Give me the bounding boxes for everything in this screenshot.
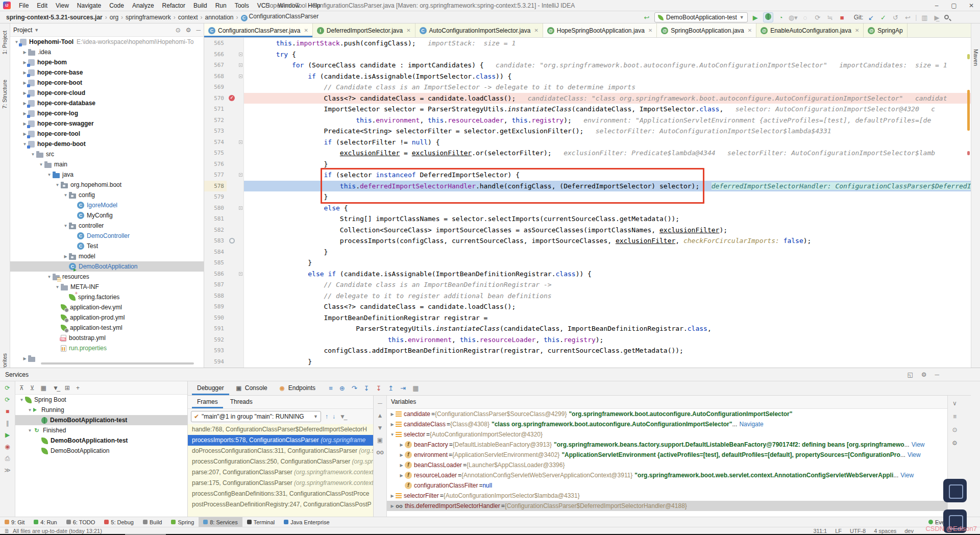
variable-row-selector[interactable]: ▼selector= {AutoConfigurationImportSelec… [387,429,947,440]
maximize-button[interactable]: ▢ [945,0,963,11]
line-number[interactable]: 579 [204,191,227,203]
project-tree-item-bootstrap-yml[interactable]: bootstrap.yml [10,333,204,343]
toolwindow-spring[interactable]: Spring [166,517,199,527]
stack-frame[interactable]: parse:175, ConfigurationClassParser (org… [188,478,373,489]
run-config-select[interactable]: DemoBootApplication-test ▼ [654,12,748,22]
watch-settings-icon[interactable]: ⊙ [952,426,957,433]
line-number[interactable]: 592 [204,334,227,346]
settings-gear-icon[interactable]: ⚙ [952,440,958,447]
tab-console[interactable]: ▣Console [230,381,273,395]
code-line-571[interactable]: 571 ImportSelector selector = ParserStra… [204,104,971,115]
services-mute-breakpoints-icon[interactable]: ◉ [5,443,10,450]
tree-arrow-icon[interactable]: ▶ [21,356,28,361]
line-number[interactable]: 593 [204,345,227,356]
run-button[interactable]: ▶ [751,14,760,21]
code-line-587[interactable]: 587 // Candidate class is an ImportBeanD… [204,279,971,290]
tree-arrow-icon[interactable]: ▶ [398,453,405,457]
service-item-demobootapplication-test[interactable]: DemoBootApplication-test [15,415,187,425]
line-number[interactable]: 582 [204,225,227,236]
services-thread-dump-icon[interactable]: ⎙ [5,455,10,462]
tree-arrow-icon[interactable]: ▶ [389,422,396,427]
service-item-running[interactable]: ▼Running [15,405,187,415]
frame-icon[interactable]: ⊞ [65,384,70,392]
project-tree-item-main[interactable]: ▼main [10,159,204,169]
menu-tools[interactable]: Tools [231,0,253,11]
close-icon[interactable]: ✕ [748,28,752,33]
step-out-icon[interactable]: ↥ [388,384,394,392]
variable-link[interactable]: View [912,441,925,448]
evaluate-icon[interactable]: ▦ [412,384,419,392]
code-line-591[interactable]: 591 ParserStrategyUtils.instantiateClass… [204,323,971,334]
code-line-574[interactable]: 574 if (selectorFilter != null) { [204,137,971,148]
project-view-chevron-icon[interactable]: ▼ [34,28,39,33]
tree-arrow-icon[interactable]: ▶ [398,463,405,468]
variable-link[interactable]: View [900,472,914,479]
variable-row-configurationClassFilter[interactable]: fconfigurationClassFilter= null [387,480,947,491]
menu-edit[interactable]: Edit [33,0,52,11]
services-restart-debug-icon[interactable]: ⟳ [5,396,10,403]
line-number[interactable]: 588 [204,290,227,302]
tab-deferredimportselector-java[interactable]: IDeferredImportSelector.java✕ [313,23,415,37]
menu-refactor[interactable]: Refactor [158,0,189,11]
stack-frame[interactable]: parse:207, ConfigurationClassParser (org… [188,467,373,478]
thread-select[interactable]: ✔ "main"@1 in group "main": RUNNING ▼ [191,411,321,422]
line-number[interactable]: 576 [204,159,227,170]
service-item-demobootapplication[interactable]: DemoBootApplication [15,446,187,456]
tab-frames[interactable]: Frames [192,396,223,408]
project-tree-item-meta-inf[interactable]: ▼META-INF [10,282,204,292]
project-tree-item-spring-factories[interactable]: spring.factories [10,292,204,302]
variable-row-selectorFilter[interactable]: ▶selectorFilter= {AutoConfigurationImpor… [387,491,947,501]
tree-arrow-icon[interactable]: ▶ [398,443,405,447]
git-branch[interactable]: dev [904,528,914,534]
next-frame-icon[interactable]: ↓ [332,413,335,420]
tree-arrow-icon[interactable]: ▼ [38,162,44,167]
code-line-565[interactable]: 565 this.importStack.push(configClass); … [204,38,971,49]
project-tree-item-hopehomi-tool[interactable]: ▼Hopehomi-ToolE:\idea-workspace\hopehomi… [10,37,204,47]
float-mode-icon[interactable]: ◱ [907,371,913,378]
menu-analyze[interactable]: Analyze [128,0,158,11]
project-tree-item-test[interactable]: CTest [10,241,204,251]
variable-row-beanFactory[interactable]: ▶fbeanFactory= {DefaultListableBeanFacto… [387,440,947,450]
menu-build[interactable]: Build [189,0,211,11]
scroll-up-icon[interactable]: ▲ [377,412,383,419]
add-service-icon[interactable]: + [76,384,80,392]
gutter-slot[interactable]: ✓ [227,95,237,101]
variable-link[interactable]: View [908,451,921,458]
menu-navigate[interactable]: Navigate [73,0,105,11]
line-number[interactable]: 594 [204,356,227,368]
variable-row-resourceLoader[interactable]: ▶fresourceLoader= {AnnotationConfigServl… [387,470,947,480]
line-number[interactable]: 586 [204,269,227,280]
floating-widget[interactable] [943,479,967,502]
tree-arrow-icon[interactable]: ▼ [18,398,25,402]
service-item-demobootapplication-test[interactable]: DemoBootApplication-test [15,435,187,446]
line-number[interactable]: 590 [204,312,227,324]
tab-hopespringbootapplication-java[interactable]: @HopeSpringBootApplication.java✕ [543,23,657,37]
prev-frame-icon[interactable]: ↑ [325,413,328,420]
layout-icon[interactable]: ≡ [953,413,957,420]
project-tree-item-hope-core-base[interactable]: ▶hope-core-base [10,67,204,78]
project-tree-item-igoremodel[interactable]: CIgoreModel [10,200,204,210]
tab-configurationclassparser-java[interactable]: CConfigurationClassParser.java✕ [204,23,313,37]
fold-column[interactable] [237,140,244,144]
stack-frame[interactable]: processImports:578, ConfigurationClassPa… [188,435,373,446]
line-number[interactable]: 589 [204,301,227,312]
settings-gear-icon[interactable]: ⚙ [921,371,927,378]
variable-row-beanClassLoader[interactable]: ▶fbeanClassLoader= {Launcher$AppClassLoa… [387,460,947,470]
gutter-slot[interactable] [227,238,237,244]
project-tree-item-controller[interactable]: ▼controller [10,221,204,231]
git-update-button[interactable]: ↙ [866,14,875,21]
run-to-cursor-icon[interactable]: ⇥ [400,384,406,392]
expand-all-icon[interactable]: ⊼ [19,384,24,392]
code-line-568[interactable]: 568 if (candidate.isAssignable(ImportSel… [204,71,971,82]
fold-marker-icon[interactable] [239,206,242,210]
stack-frame[interactable]: postProcessBeanDefinitionRegistry:247, C… [188,499,373,510]
scroll-down-icon[interactable]: ▼ [377,424,383,431]
services-resume-icon[interactable]: ▶ [5,431,10,439]
project-tree-item-hope-core-database[interactable]: ▶hope-core-database [10,98,204,108]
scrollbar-marker[interactable] [967,90,970,131]
breadcrumb-item[interactable]: context [177,14,199,21]
fold-marker-icon[interactable] [239,173,242,177]
hide-panel-icon[interactable]: ─ [935,371,939,378]
tree-arrow-icon[interactable]: ▶ [398,473,405,478]
stripe-label-7-structure[interactable]: 7: Structure [2,80,8,109]
